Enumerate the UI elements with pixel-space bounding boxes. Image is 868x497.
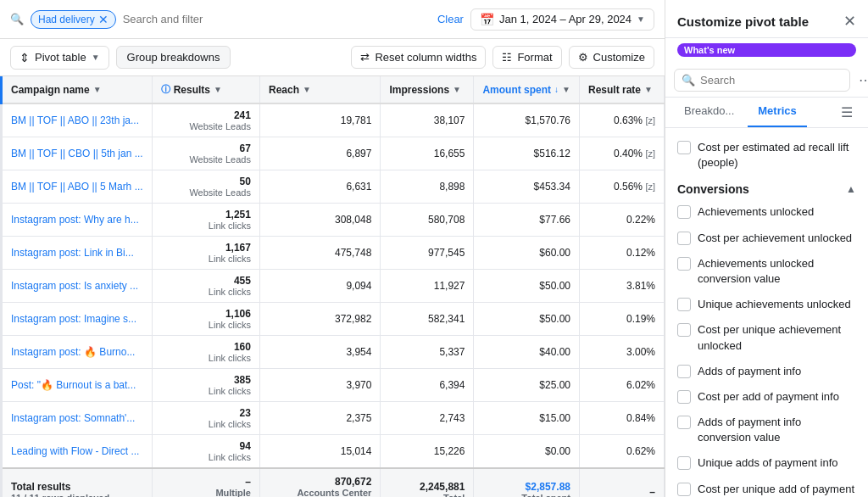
cell-campaign[interactable]: BM || TOF || ABO || 23th ja... <box>2 103 153 137</box>
cell-reach: 6,897 <box>259 137 380 170</box>
date-range-button[interactable]: 📅 Jan 1, 2024 – Apr 29, 2024 ▼ <box>470 8 654 31</box>
group-breakdowns-button[interactable]: Group breakdowns <box>116 46 231 69</box>
list-item[interactable]: Adds of payment info conversion value <box>665 410 868 450</box>
metric-checkbox[interactable] <box>677 416 691 429</box>
whats-new-badge[interactable]: What's new <box>677 43 856 57</box>
reset-columns-button[interactable]: ⇄ Reset column widths <box>351 46 486 69</box>
campaign-name-link[interactable]: Instagram post: Imagine s... <box>11 313 136 325</box>
list-item[interactable]: Achievements unlocked <box>665 199 868 225</box>
table-row: Instagram post: Why are h... 1,251 Link … <box>2 204 665 237</box>
sort-options-button[interactable]: ☰ <box>834 98 860 127</box>
cell-campaign[interactable]: Instagram post: Somnath'... <box>2 402 153 435</box>
cell-campaign[interactable]: Post: "🔥 Burnout is a bat... <box>2 369 153 402</box>
cell-campaign[interactable]: Instagram post: Is anxiety ... <box>2 270 153 303</box>
list-item[interactable]: Unique adds of payment info <box>665 450 868 476</box>
col-header-campaign[interactable]: Campaign name ▼ <box>2 76 153 103</box>
list-item[interactable]: Unique achievements unlocked <box>665 292 868 317</box>
cell-campaign[interactable]: Instagram post: Link in Bi... <box>2 237 153 270</box>
metric-checkbox[interactable] <box>677 232 691 245</box>
list-item[interactable]: Cost per achievement unlocked <box>665 226 868 251</box>
list-item[interactable]: Cost per unique achievement unlocked <box>665 317 868 358</box>
campaign-name-link[interactable]: Instagram post: Somnath'... <box>11 412 135 424</box>
filter-tag[interactable]: Had delivery ✕ <box>31 10 116 29</box>
table-row: BM || TOF || ABO || 23th ja... 241 Websi… <box>2 103 665 137</box>
pivot-table-button[interactable]: ⇕ Pivot table ▼ <box>10 46 109 70</box>
cell-campaign[interactable]: Instagram post: Imagine s... <box>2 303 153 336</box>
table-row: Leading with Flow - Direct ... 94 Link c… <box>2 435 665 469</box>
col-header-impressions[interactable]: Impressions ▼ <box>381 76 474 103</box>
list-item[interactable]: Cost per add of payment info <box>665 384 868 410</box>
tab-metrics[interactable]: Metrics <box>748 98 807 127</box>
customize-button[interactable]: ⚙ Customize <box>569 46 654 69</box>
tab-breakdowns[interactable]: Breakdo... <box>674 98 744 127</box>
cell-campaign[interactable]: Instagram post: Why are h... <box>2 204 153 237</box>
cell-result-rate: 0.56% [z] <box>579 170 664 204</box>
cell-results: 385 Link clicks <box>152 369 259 402</box>
col-impressions-label: Impressions <box>389 84 449 96</box>
info-icon: ⓘ <box>161 83 170 96</box>
campaign-name-link[interactable]: Leading with Flow - Direct ... <box>11 445 139 457</box>
panel-search-input[interactable] <box>700 74 843 87</box>
date-range-label: Jan 1, 2024 – Apr 29, 2024 <box>499 13 632 25</box>
campaign-name-link[interactable]: Post: "🔥 Burnout is a bat... <box>11 379 136 391</box>
campaign-name-link[interactable]: Instagram post: Why are h... <box>11 214 139 226</box>
campaign-name-link[interactable]: Instagram post: Link in Bi... <box>11 247 134 259</box>
conversions-section-header[interactable]: Conversions ▲ <box>665 176 868 199</box>
list-item[interactable]: Achievements unlocked conversion value <box>665 251 868 292</box>
cell-campaign[interactable]: BM || TOF || ABO || 5 Marh ... <box>2 170 153 204</box>
total-label: Total results 11 / 11 rows displayed <box>2 468 153 497</box>
metric-checkbox[interactable] <box>677 257 691 271</box>
metric-checkbox[interactable] <box>677 483 691 496</box>
metric-checkbox[interactable] <box>677 205 691 219</box>
col-header-result-rate[interactable]: Result rate ▼ <box>579 76 664 103</box>
result-value: 385 <box>161 374 251 386</box>
cell-reach: 3,954 <box>259 336 380 369</box>
pivot-label: Pivot table <box>35 51 86 64</box>
cell-campaign[interactable]: Leading with Flow - Direct ... <box>2 435 153 469</box>
list-item[interactable]: Cost per unique add of payment info <box>665 477 868 497</box>
list-item[interactable]: Cost per estimated ad recall lift (peopl… <box>665 135 868 176</box>
campaign-name-link[interactable]: BM || TOF || ABO || 23th ja... <box>11 114 139 126</box>
result-rate-badge: [z] <box>645 181 655 192</box>
search-input[interactable] <box>123 13 431 25</box>
total-amount: $2,857.88 Total spent <box>474 468 580 497</box>
total-result: – Multiple conversions <box>152 468 259 497</box>
campaign-name-link[interactable]: BM || TOF || ABO || 5 Marh ... <box>11 181 143 193</box>
list-item[interactable]: Adds of payment info <box>665 359 868 384</box>
metric-checkbox[interactable] <box>677 298 691 311</box>
metric-checkbox[interactable] <box>677 456 691 470</box>
campaign-name-link[interactable]: BM || TOF || CBO || 5th jan ... <box>11 148 143 159</box>
cell-impressions: 15,226 <box>381 435 474 469</box>
result-value: 1,167 <box>161 242 251 254</box>
metric-checkbox[interactable] <box>677 365 691 378</box>
col-campaign-label: Campaign name <box>11 84 90 96</box>
clear-button[interactable]: Clear <box>437 13 464 25</box>
cell-campaign[interactable]: Instagram post: 🔥 Burno... <box>2 336 153 369</box>
cell-reach: 475,748 <box>259 237 380 270</box>
col-header-reach[interactable]: Reach ▼ <box>259 76 380 103</box>
cell-reach: 372,982 <box>259 303 380 336</box>
filter-tag-close[interactable]: ✕ <box>98 13 108 26</box>
metric-checkbox[interactable] <box>677 323 691 337</box>
metric-checkbox[interactable] <box>677 390 691 404</box>
result-sub: Link clicks <box>161 254 251 264</box>
filter-icon: ▼ <box>93 85 102 94</box>
metric-checkbox[interactable] <box>677 141 691 154</box>
filter-icon: ▼ <box>453 85 461 94</box>
cell-campaign[interactable]: BM || TOF || CBO || 5th jan ... <box>2 137 153 170</box>
reset-label: Reset column widths <box>375 51 476 64</box>
col-header-amount[interactable]: Amount spent ↓ ▼ <box>474 76 580 103</box>
result-sub: Link clicks <box>161 419 251 429</box>
campaign-name-link[interactable]: Instagram post: Is anxiety ... <box>11 280 138 292</box>
pivot-icon: ⇕ <box>19 51 30 64</box>
more-options-button[interactable]: ⋯ <box>855 69 868 92</box>
format-button[interactable]: ☷ Format <box>492 46 561 69</box>
cell-amount: $516.12 <box>474 137 580 170</box>
search-icon: 🔍 <box>10 13 24 25</box>
campaign-name-link[interactable]: Instagram post: 🔥 Burno... <box>11 346 135 358</box>
right-panel: Customize pivot table ✕ What's new 🔍 ⋯ B… <box>665 0 868 497</box>
col-header-results[interactable]: ⓘ Results ▼ <box>152 76 259 103</box>
data-table: Campaign name ▼ ⓘ Results ▼ <box>0 76 665 497</box>
close-panel-button[interactable]: ✕ <box>843 12 856 31</box>
cell-impressions: 8,898 <box>381 170 474 204</box>
